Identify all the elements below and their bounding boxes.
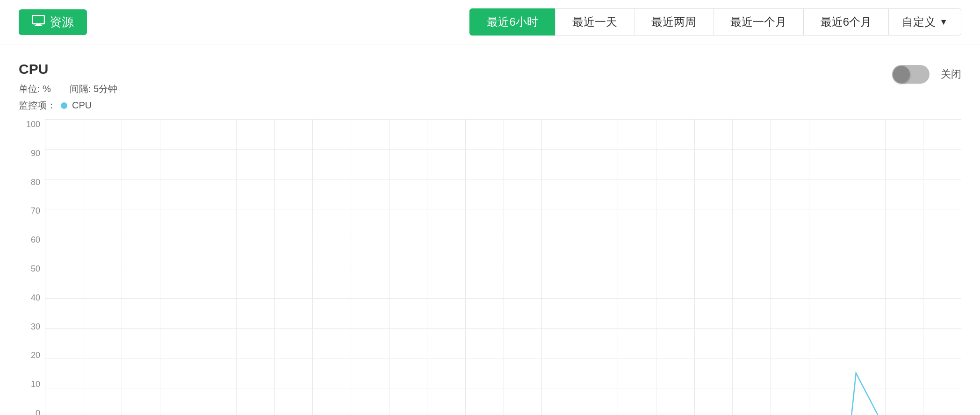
chart-section: CPU 单位: % 间隔: 5分钟 监控项： CPU 关闭 0 10 20 30… — [0, 44, 980, 415]
chart-area: // Will be drawn via JS — [45, 119, 961, 415]
y-label-60: 60 — [19, 236, 45, 244]
y-label-20: 20 — [19, 351, 45, 359]
time-tabs-container: 最近6小时 最近一天 最近两周 最近一个月 最近6个月 自定义 ▼ — [469, 8, 961, 36]
v-grid-line — [732, 119, 733, 415]
tab-recent-2w[interactable]: 最近两周 — [634, 8, 713, 36]
tab-recent-6h[interactable]: 最近6小时 — [469, 8, 555, 36]
v-grid-line — [923, 119, 923, 415]
y-label-90: 90 — [19, 149, 45, 157]
v-grid-line — [427, 119, 427, 415]
close-toggle[interactable] — [892, 65, 930, 84]
v-grid-line — [885, 119, 886, 415]
monitor-label: 监控项： — [19, 99, 56, 112]
resource-button-label: 资源 — [50, 14, 74, 30]
v-grid-line — [656, 119, 656, 415]
v-grid-line — [694, 119, 695, 415]
y-label-10: 10 — [19, 380, 45, 388]
monitor-dot — [61, 102, 67, 109]
y-label-40: 40 — [19, 293, 45, 302]
svg-rect-0 — [32, 15, 44, 24]
tab-recent-1d[interactable]: 最近一天 — [555, 8, 634, 36]
tab-recent-6m[interactable]: 最近6个月 — [803, 8, 889, 36]
unit-label: 单位: % — [19, 83, 51, 95]
toggle-label: 关闭 — [941, 67, 961, 81]
v-grid-line — [389, 119, 389, 415]
monitor-item: CPU — [72, 100, 92, 111]
v-grid-line — [351, 119, 351, 415]
y-label-100: 100 — [19, 120, 45, 129]
v-grid-line — [236, 119, 237, 415]
chart-wrapper: 0 10 20 30 40 50 60 70 80 90 100 // Will… — [19, 119, 961, 415]
v-grid-line — [312, 119, 313, 415]
chart-title: CPU — [19, 61, 117, 77]
y-label-80: 80 — [19, 178, 45, 186]
v-grid-line — [580, 119, 580, 415]
v-grid-line — [847, 119, 847, 415]
chevron-down-icon: ▼ — [939, 17, 948, 27]
y-label-70: 70 — [19, 207, 45, 215]
y-label-0: 0 — [19, 409, 45, 415]
v-grid-line — [618, 119, 618, 415]
svg-rect-2 — [35, 25, 42, 26]
y-axis: 0 10 20 30 40 50 60 70 80 90 100 — [19, 119, 45, 415]
v-grid-line — [504, 119, 504, 415]
custom-tab-label: 自定义 — [902, 14, 936, 29]
chart-meta: 单位: % 间隔: 5分钟 — [19, 83, 117, 95]
v-grid-line — [84, 119, 84, 415]
v-grid-line — [771, 119, 771, 415]
tab-recent-1m[interactable]: 最近一个月 — [713, 8, 803, 36]
header: 资源 最近6小时 最近一天 最近两周 最近一个月 最近6个月 自定义 ▼ — [0, 0, 980, 44]
monitor-icon — [32, 15, 45, 29]
toggle-knob — [893, 66, 910, 83]
v-grid-line — [160, 119, 160, 415]
v-grid-line — [541, 119, 542, 415]
y-label-30: 30 — [19, 322, 45, 331]
resource-button[interactable]: 资源 — [19, 9, 87, 35]
interval-label: 间隔: 5分钟 — [70, 83, 117, 95]
v-grid-line — [465, 119, 466, 415]
tab-custom[interactable]: 自定义 ▼ — [889, 8, 961, 36]
y-label-50: 50 — [19, 265, 45, 273]
v-grid-line — [122, 119, 122, 415]
v-grid-line — [809, 119, 809, 415]
v-grid-line — [198, 119, 198, 415]
chart-monitor: 监控项： CPU — [19, 99, 117, 112]
svg-rect-1 — [36, 24, 41, 25]
v-grid-line — [274, 119, 275, 415]
